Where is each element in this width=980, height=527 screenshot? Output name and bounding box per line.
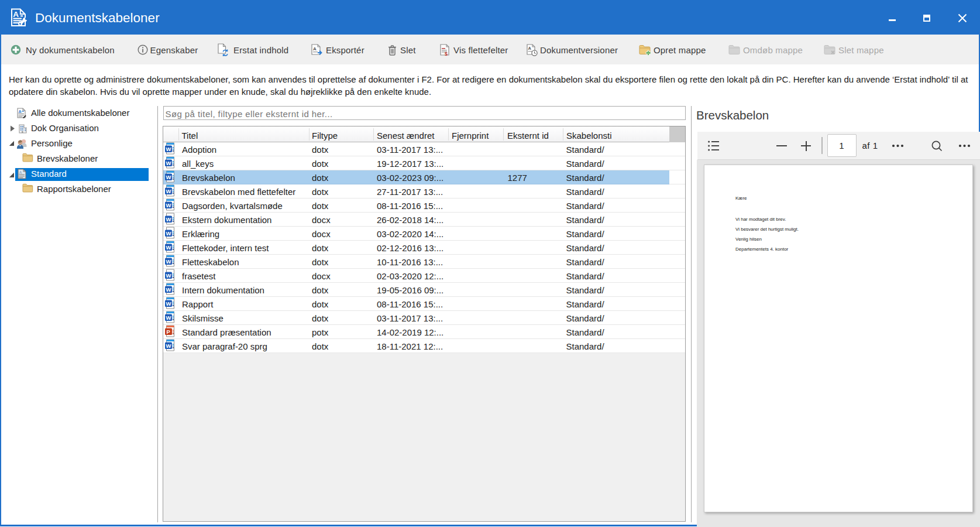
svg-text:W: W [166,160,171,166]
svg-text:W: W [166,343,171,349]
svg-text:W: W [166,258,171,265]
svg-text:A: A [313,46,317,52]
svg-text:W: W [166,300,171,307]
svg-text:A: A [528,46,532,51]
svg-text:A: A [13,10,19,19]
svg-text:W: W [166,244,171,251]
svg-text:W: W [166,146,171,152]
svg-text:W: W [166,230,171,237]
svg-text:W: W [166,216,171,223]
svg-text:W: W [166,314,171,321]
svg-text:W: W [166,272,171,279]
svg-text:W: W [166,174,171,180]
svg-text:P: P [166,328,170,335]
svg-text:W: W [166,202,171,208]
svg-text:$: $ [445,51,448,56]
svg-text:W: W [166,188,171,194]
svg-text:A: A [19,170,22,174]
svg-text:W: W [166,286,171,293]
svg-text:A: A [18,109,21,114]
